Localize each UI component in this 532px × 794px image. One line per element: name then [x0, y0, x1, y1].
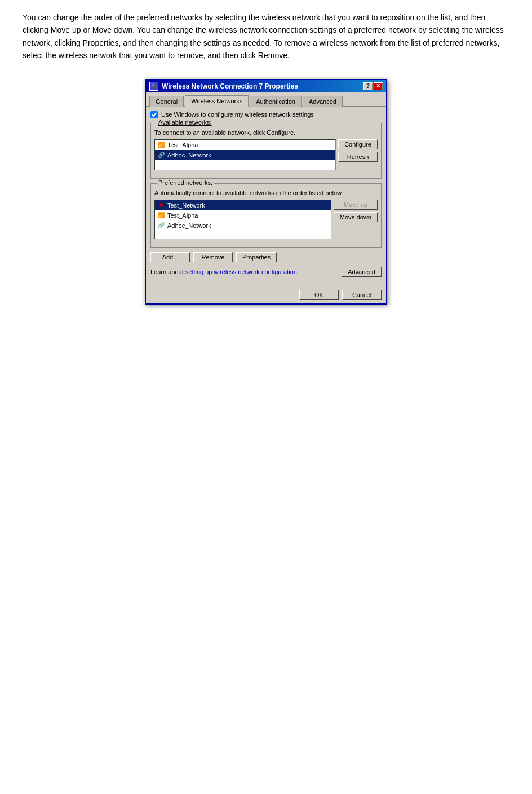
move-up-button[interactable]: Move up — [334, 200, 378, 210]
preferred-network-icon-1: ✖ — [157, 201, 165, 209]
cancel-button[interactable]: Cancel — [342, 290, 382, 300]
title-bar-left: 🔌 Wireless Network Connection 7 Properti… — [149, 82, 298, 91]
dialog-container: 🔌 Wireless Network Connection 7 Properti… — [23, 79, 509, 305]
available-buttons: Configure Refresh — [338, 139, 378, 174]
tab-general[interactable]: General — [149, 96, 184, 107]
preferred-networks-group: Preferred networks: Automatically connec… — [150, 183, 382, 248]
properties-dialog: 🔌 Wireless Network Connection 7 Properti… — [145, 79, 387, 305]
learn-link-anchor[interactable]: setting up wireless network configuratio… — [185, 268, 299, 275]
available-network-name-1: Test_Alpha — [167, 142, 198, 148]
preferred-network-icon-3: 🔗 — [157, 222, 165, 230]
close-button[interactable]: ✕ — [374, 82, 383, 90]
preferred-network-item-3[interactable]: 🔗 Adhoc_Network — [155, 220, 331, 231]
bottom-actions: Add... Remove Properties — [150, 252, 382, 262]
windows-configure-checkbox-row: Use Windows to configure my wireless net… — [150, 111, 382, 118]
preferred-buttons: Move up Move down — [334, 200, 378, 222]
windows-configure-label: Use Windows to configure my wireless net… — [161, 111, 314, 118]
preferred-list-wrap: ✖ Test_Network 📶 Test_Alpha 🔗 Adhoc_Netw — [154, 200, 331, 242]
available-networks-list[interactable]: 📶 Test_Alpha 🔗 Adhoc_Network — [154, 139, 336, 170]
preferred-network-item-2[interactable]: 📶 Test_Alpha — [155, 210, 331, 220]
tab-advanced[interactable]: Advanced — [303, 96, 343, 107]
network-icon-1: 📶 — [157, 141, 165, 149]
preferred-networks-content: Automatically connect to available netwo… — [154, 189, 378, 242]
available-networks-hint: To connect to an available network, clic… — [154, 129, 378, 136]
preferred-network-item-1[interactable]: ✖ Test_Network — [155, 200, 331, 210]
preferred-networks-label: Preferred networks: — [157, 179, 214, 186]
tabs-bar: General Wireless Networks Authentication… — [146, 92, 386, 107]
network-icon-2: 🔗 — [157, 151, 165, 159]
preferred-network-name-2: Test_Alpha — [167, 212, 198, 219]
move-down-button[interactable]: Move down — [334, 212, 378, 222]
refresh-button[interactable]: Refresh — [338, 152, 378, 162]
help-button[interactable]: ? — [363, 82, 373, 90]
properties-button[interactable]: Properties — [236, 252, 277, 262]
dialog-title: Wireless Network Connection 7 Properties — [162, 82, 298, 90]
preferred-networks-row: ✖ Test_Network 📶 Test_Alpha 🔗 Adhoc_Netw — [154, 200, 378, 242]
learn-about-text: Learn about — [150, 268, 184, 275]
available-networks-label: Available networks: — [157, 119, 214, 126]
windows-configure-checkbox[interactable] — [150, 111, 158, 118]
preferred-network-name-1: Test_Network — [167, 202, 205, 209]
footer-row: Learn about setting up wireless network … — [150, 267, 382, 277]
tab-wireless-networks[interactable]: Wireless Networks — [185, 95, 249, 107]
ok-button[interactable]: OK — [299, 290, 339, 300]
available-list-wrap: 📶 Test_Alpha 🔗 Adhoc_Network — [154, 139, 336, 174]
add-button[interactable]: Add... — [150, 252, 190, 262]
available-networks-group: Available networks: To connect to an ava… — [150, 123, 382, 179]
advanced-button[interactable]: Advanced — [342, 267, 382, 277]
preferred-networks-hint: Automatically connect to available netwo… — [154, 189, 378, 196]
intro-paragraph: You can change the order of the preferre… — [23, 11, 509, 62]
preferred-networks-list[interactable]: ✖ Test_Network 📶 Test_Alpha 🔗 Adhoc_Netw — [154, 200, 331, 239]
title-bar: 🔌 Wireless Network Connection 7 Properti… — [146, 80, 386, 92]
dialog-footer: OK Cancel — [146, 286, 386, 303]
available-network-item-2[interactable]: 🔗 Adhoc_Network — [155, 150, 335, 160]
app-icon: 🔌 — [149, 82, 158, 91]
available-network-item-1[interactable]: 📶 Test_Alpha — [155, 140, 335, 150]
preferred-network-name-3: Adhoc_Network — [167, 222, 211, 229]
available-networks-row: 📶 Test_Alpha 🔗 Adhoc_Network Configure — [154, 139, 378, 174]
tab-authentication[interactable]: Authentication — [250, 96, 302, 107]
configure-button[interactable]: Configure — [338, 139, 378, 149]
title-bar-buttons: ? ✕ — [363, 82, 383, 90]
learn-link-text: Learn about setting up wireless network … — [150, 268, 299, 276]
remove-button[interactable]: Remove — [193, 252, 233, 262]
preferred-network-icon-2: 📶 — [157, 211, 165, 219]
dialog-content: Use Windows to configure my wireless net… — [146, 107, 386, 286]
available-networks-content: To connect to an available network, clic… — [154, 129, 378, 174]
available-network-name-2: Adhoc_Network — [167, 152, 211, 158]
